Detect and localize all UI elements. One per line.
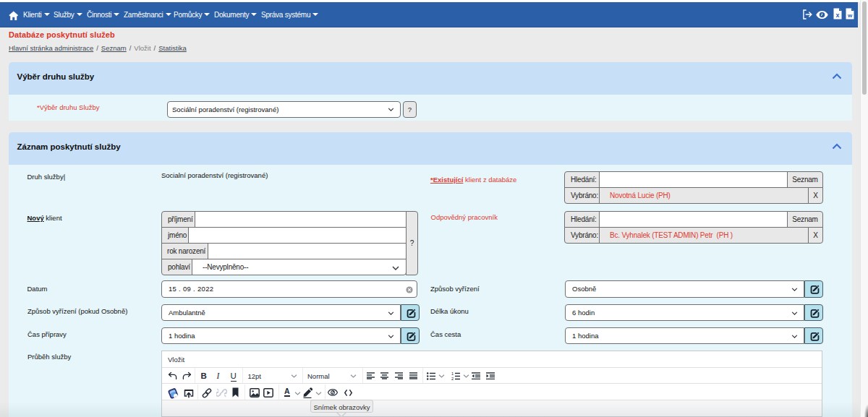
svg-text:w: w — [847, 12, 853, 19]
svg-text:1: 1 — [451, 372, 454, 376]
svg-text:2: 2 — [451, 377, 454, 380]
svg-text:x: x — [835, 12, 839, 19]
